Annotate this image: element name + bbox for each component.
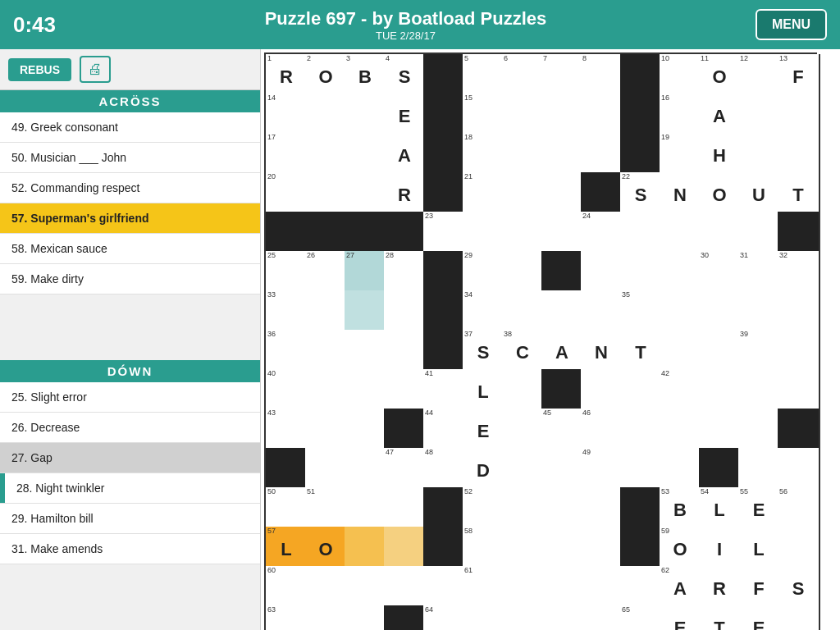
grid-cell[interactable] [266,448,308,491]
grid-cell[interactable] [541,527,584,569]
grid-cell[interactable] [305,133,348,176]
grid-cell[interactable] [305,290,348,333]
grid-cell[interactable]: E [463,409,505,451]
grid-cell[interactable] [345,605,387,630]
grid-cell[interactable] [345,172,387,215]
grid-cell[interactable] [502,605,545,630]
grid-cell[interactable] [541,369,584,412]
grid-cell[interactable]: 53B [660,487,702,530]
grid-cell[interactable] [581,369,623,412]
grid-cell[interactable]: 47 [384,448,427,491]
grid-cell[interactable] [620,94,663,136]
grid-cell[interactable] [541,94,584,136]
grid-cell[interactable] [620,527,663,569]
grid-cell[interactable]: T [699,605,742,630]
grid-cell[interactable]: 11O [699,54,742,97]
grid-cell[interactable]: 65 [620,605,663,630]
grid-cell[interactable] [266,212,308,254]
grid-cell[interactable] [423,54,466,97]
grid-cell[interactable]: A [384,133,427,176]
grid-cell[interactable] [699,290,742,333]
grid-cell[interactable] [502,290,545,333]
grid-cell[interactable]: 58 [463,527,505,569]
grid-cell[interactable]: 14 [266,94,308,136]
grid-cell[interactable] [345,212,387,254]
grid-cell[interactable] [305,212,348,254]
grid-cell[interactable]: 44 [423,409,466,451]
grid-cell[interactable] [778,94,820,136]
grid-cell[interactable] [423,94,466,136]
grid-cell[interactable] [502,527,545,569]
grid-cell[interactable]: 45 [541,409,584,451]
grid-cell[interactable] [699,409,742,451]
grid-cell[interactable]: 63 [266,605,308,630]
grid-cell[interactable] [660,212,702,254]
across-clue-57[interactable]: 57. Superman's girlfriend [0,203,260,234]
grid-cell[interactable] [541,566,584,609]
grid-cell[interactable] [699,330,742,372]
grid-cell[interactable]: E [384,94,427,136]
menu-button[interactable]: MENU [756,9,827,40]
grid-cell[interactable] [463,212,505,254]
down-clue-25[interactable]: 25. Slight error [0,382,260,413]
grid-cell[interactable] [502,448,545,491]
grid-cell[interactable] [384,487,427,530]
grid-cell[interactable]: 27 [345,251,387,294]
grid-cell[interactable]: 61 [463,566,505,609]
grid-cell[interactable]: 40 [266,369,308,412]
grid-cell[interactable]: O [305,527,348,569]
grid-cell[interactable] [305,605,348,630]
grid-cell[interactable] [778,290,820,333]
grid-cell[interactable]: L [463,369,505,412]
grid-cell[interactable]: T [778,172,820,215]
grid-cell[interactable] [699,448,742,491]
print-button[interactable]: 🖨 [80,56,111,83]
grid-cell[interactable]: 36 [266,330,308,372]
grid-cell[interactable]: 17 [266,133,308,176]
grid-cell[interactable] [345,487,387,530]
grid-cell[interactable] [778,527,820,569]
grid-cell[interactable]: 13F [778,54,820,97]
grid-cell[interactable]: E [660,605,702,630]
grid-cell[interactable]: 55E [738,487,781,530]
grid-cell[interactable] [738,448,781,491]
grid-cell[interactable] [423,290,466,333]
grid-cell[interactable] [541,251,584,294]
down-clue-29[interactable]: 29. Hamilton bill [0,504,260,534]
grid-cell[interactable]: H [699,133,742,176]
grid-cell[interactable]: 8 [581,54,623,97]
grid-cell[interactable] [502,94,545,136]
grid-cell[interactable] [423,330,466,372]
grid-cell[interactable] [305,369,348,412]
grid-cell[interactable] [778,605,820,630]
grid-cell[interactable]: U [738,172,781,215]
grid-cell[interactable] [738,212,781,254]
grid-cell[interactable]: 2O [305,54,348,97]
grid-cell[interactable]: 59O [660,527,702,569]
down-clue-27[interactable]: 27. Gap [0,443,260,473]
grid-cell[interactable]: 23 [423,212,466,254]
grid-cell[interactable] [620,212,663,254]
grid-cell[interactable]: 43 [266,409,308,451]
grid-cell[interactable] [581,94,623,136]
grid-cell[interactable] [502,251,545,294]
grid-cell[interactable] [502,133,545,176]
grid-cell[interactable] [581,133,623,176]
grid-cell[interactable] [778,369,820,412]
across-clue-50[interactable]: 50. Musician ___ John [0,143,260,173]
grid-cell[interactable]: N [660,172,702,215]
grid-cell[interactable] [345,566,387,609]
grid-cell[interactable] [738,133,781,176]
grid-cell[interactable] [620,54,663,97]
grid-cell[interactable] [660,330,702,372]
grid-cell[interactable] [423,172,466,215]
grid-cell[interactable]: 57L [266,527,308,569]
grid-cell[interactable] [581,566,623,609]
grid-cell[interactable] [345,290,387,333]
grid-cell[interactable] [581,487,623,530]
grid-cell[interactable]: 32 [778,251,820,294]
grid-cell[interactable] [345,369,387,412]
grid-cell[interactable] [305,409,348,451]
grid-cell[interactable]: S [778,566,820,609]
grid-cell[interactable] [620,566,663,609]
